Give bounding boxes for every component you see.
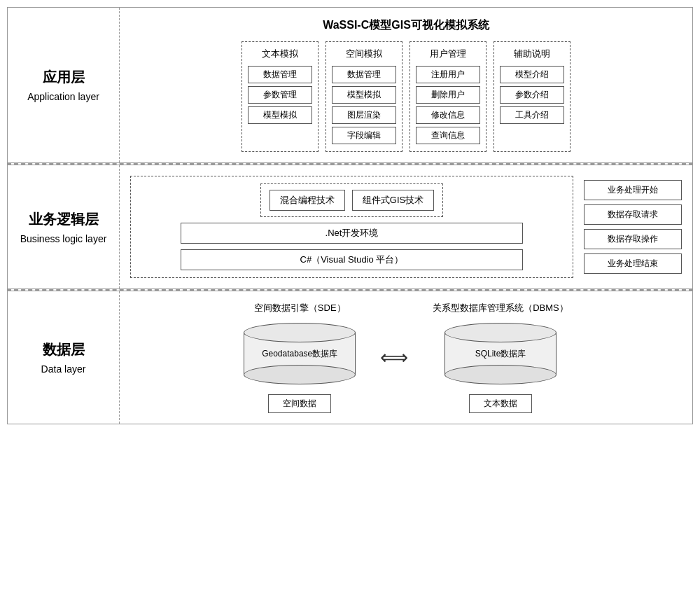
data-layer-content: 空间数据引擎（SDE） Geodatabase数据库 空间数据 ⟺ 关系型数据库… (120, 291, 692, 424)
right-cyl-bottom (444, 365, 556, 384)
biz-tech-dashed: 混合编程技术组件式GIS技术 (260, 183, 443, 217)
main-container: 应用层 Application layer WaSSI-C模型GIS可视化模拟系… (7, 7, 693, 424)
app-en-title: Application layer (27, 91, 99, 102)
biz-tech-box: 组件式GIS技术 (352, 190, 434, 211)
module-header: 辅助说明 (514, 48, 550, 60)
business-layer-label: 业务逻辑层 Business logic layer (8, 165, 120, 288)
biz-env1: .Net开发环境 (181, 223, 523, 244)
biz-cn-title: 业务逻辑层 (29, 210, 99, 229)
right-db-name: SQLite数据库 (475, 348, 526, 360)
data-layer-row: 数据层 Data layer 空间数据引擎（SDE） Geodatabase数据… (7, 291, 693, 424)
business-layer-content: 混合编程技术组件式GIS技术 .Net开发环境 C#（Visual Studio… (120, 165, 692, 288)
left-db-group: 空间数据引擎（SDE） Geodatabase数据库 空间数据 (244, 302, 356, 413)
module-item: 查询信息 (416, 127, 480, 144)
biz-right-panel: 业务处理开始数据存取请求数据存取操作业务处理结束 (584, 180, 682, 274)
data-en-title: Data layer (41, 363, 86, 375)
module-item: 模型模拟 (332, 86, 396, 104)
left-cylinder: Geodatabase数据库 (244, 323, 356, 384)
data-cn-title: 数据层 (43, 340, 85, 359)
module-item: 模型介绍 (500, 66, 564, 83)
biz-tech-box: 混合编程技术 (270, 190, 345, 211)
app-module-group: 用户管理注册用户删除用户修改信息查询信息 (410, 41, 486, 152)
db-arrow: ⟺ (377, 346, 412, 369)
app-module-group: 空间模拟数据管理模型模拟图层渲染字段编辑 (326, 41, 402, 152)
biz-en-title: Business logic layer (20, 233, 107, 244)
system-title: WaSSI-C模型GIS可视化模拟系统 (323, 18, 489, 33)
biz-env2: C#（Visual Studio 平台） (181, 249, 523, 270)
app-modules: 文本模拟数据管理参数管理模型模拟空间模拟数据管理模型模拟图层渲染字段编辑用户管理… (130, 41, 682, 152)
data-layer-inner: 空间数据引擎（SDE） Geodatabase数据库 空间数据 ⟺ 关系型数据库… (130, 302, 682, 413)
left-cyl-top (244, 323, 356, 342)
module-item: 字段编辑 (332, 127, 396, 144)
module-item: 删除用户 (416, 86, 480, 104)
application-layer-label: 应用层 Application layer (8, 8, 120, 162)
right-db-label: 关系型数据库管理系统（DBMS） (433, 302, 568, 314)
module-item: 工具介绍 (500, 106, 564, 124)
module-header: 空间模拟 (346, 48, 382, 60)
biz-layer-inner: 混合编程技术组件式GIS技术 .Net开发环境 C#（Visual Studio… (130, 176, 682, 278)
module-item: 模型模拟 (248, 106, 312, 124)
module-item: 图层渲染 (332, 106, 396, 124)
module-item: 数据管理 (332, 66, 396, 83)
biz-right-item: 业务处理开始 (584, 180, 682, 200)
data-layer-label: 数据层 Data layer (8, 291, 120, 424)
module-header: 用户管理 (430, 48, 466, 60)
biz-right-item: 业务处理结束 (584, 253, 682, 274)
left-cyl-bottom (244, 365, 356, 384)
module-item: 数据管理 (248, 66, 312, 83)
left-db-name: Geodatabase数据库 (262, 348, 337, 360)
app-module-group: 辅助说明模型介绍参数介绍工具介绍 (493, 41, 570, 152)
module-header: 文本模拟 (262, 48, 298, 60)
left-db-label: 空间数据引擎（SDE） (254, 302, 346, 314)
module-item: 参数介绍 (500, 86, 564, 104)
application-layer-content: WaSSI-C模型GIS可视化模拟系统 文本模拟数据管理参数管理模型模拟空间模拟… (120, 8, 692, 162)
right-bottom-label: 文本数据 (469, 394, 532, 413)
module-item: 参数管理 (248, 86, 312, 104)
app-module-group: 文本模拟数据管理参数管理模型模拟 (241, 41, 318, 152)
module-item: 注册用户 (416, 66, 480, 83)
left-bottom-label: 空间数据 (268, 394, 331, 413)
right-cyl-top (444, 323, 556, 342)
biz-left-panel: 混合编程技术组件式GIS技术 .Net开发环境 C#（Visual Studio… (130, 176, 573, 278)
module-item: 修改信息 (416, 106, 480, 124)
application-layer-row: 应用层 Application layer WaSSI-C模型GIS可视化模拟系… (7, 7, 693, 163)
biz-right-item: 数据存取操作 (584, 229, 682, 249)
right-cylinder: SQLite数据库 (444, 323, 556, 384)
right-db-group: 关系型数据库管理系统（DBMS） SQLite数据库 文本数据 (433, 302, 568, 413)
biz-right-item: 数据存取请求 (584, 204, 682, 225)
app-cn-title: 应用层 (43, 68, 85, 87)
business-layer-row: 业务逻辑层 Business logic layer 混合编程技术组件式GIS技… (7, 165, 693, 289)
